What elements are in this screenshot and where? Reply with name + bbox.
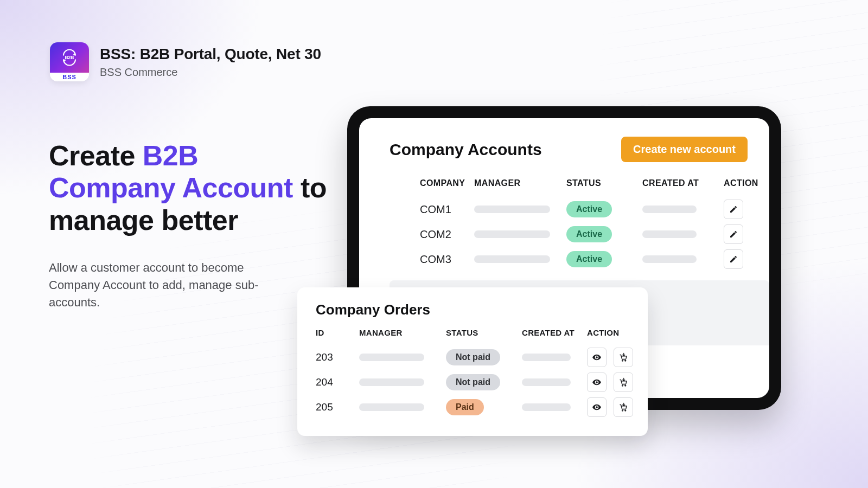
eye-icon: [592, 377, 602, 387]
orders-table-header: ID MANAGER STATUS CREATED AT ACTION: [316, 328, 629, 337]
col-manager: MANAGER: [474, 178, 566, 188]
edit-button[interactable]: [724, 224, 743, 244]
eye-icon: [592, 402, 602, 412]
app-icon-label: BSS: [50, 73, 89, 81]
manager-placeholder: [359, 403, 424, 411]
create-account-button[interactable]: Create new account: [621, 137, 748, 162]
svg-text:B2B: B2B: [65, 55, 74, 60]
table-row: COM3 Active: [420, 247, 748, 272]
pencil-icon: [729, 205, 738, 214]
col-created: CREATED AT: [522, 328, 587, 337]
svg-point-4: [625, 385, 626, 386]
reorder-button[interactable]: [614, 373, 633, 392]
created-placeholder: [522, 403, 571, 411]
table-row: COM2 Active: [420, 222, 748, 247]
status-badge: Active: [566, 251, 612, 267]
svg-point-2: [625, 360, 626, 361]
app-title: BSS: B2B Portal, Quote, Net 30: [100, 46, 321, 63]
status-badge: Paid: [446, 399, 484, 415]
created-placeholder: [642, 255, 697, 263]
view-button[interactable]: [587, 397, 607, 417]
eye-icon: [592, 352, 602, 362]
svg-point-3: [622, 385, 623, 386]
cart-download-icon: [618, 352, 628, 362]
status-badge: Not paid: [446, 374, 500, 390]
app-icon: B2B BSS: [50, 42, 89, 81]
hero-headline: Create B2B Company Account to manage bet…: [49, 140, 331, 236]
col-status: STATUS: [446, 328, 522, 337]
status-badge: Active: [566, 226, 612, 242]
col-created: CREATED AT: [642, 178, 724, 188]
app-header: B2B BSS BSS: B2B Portal, Quote, Net 30 B…: [50, 42, 321, 81]
cell-id: 203: [316, 351, 359, 363]
hero-copy: Create B2B Company Account to manage bet…: [49, 140, 331, 311]
col-id: ID: [316, 328, 359, 337]
manager-placeholder: [474, 230, 550, 238]
svg-point-5: [622, 410, 623, 411]
hero-headline-pre: Create: [49, 140, 143, 171]
col-action: ACTION: [724, 178, 762, 188]
orders-card: Company Orders ID MANAGER STATUS CREATED…: [297, 287, 648, 436]
created-placeholder: [522, 378, 571, 386]
manager-placeholder: [474, 255, 550, 263]
table-row: 203 Not paid: [316, 345, 629, 370]
status-badge: Active: [566, 201, 612, 217]
pencil-icon: [729, 255, 738, 264]
manager-placeholder: [474, 206, 550, 213]
edit-button[interactable]: [724, 200, 743, 219]
col-manager: MANAGER: [359, 328, 446, 337]
edit-button[interactable]: [724, 249, 743, 269]
col-action: ACTION: [587, 328, 641, 337]
svg-point-1: [622, 360, 623, 361]
pencil-icon: [729, 230, 738, 239]
cell-id: 205: [316, 401, 359, 413]
created-placeholder: [642, 206, 697, 213]
vendor-name: BSS Commerce: [100, 66, 321, 79]
reorder-button[interactable]: [614, 397, 633, 417]
table-row: COM1 Active: [420, 197, 748, 222]
cell-company: COM3: [420, 253, 474, 266]
status-badge: Not paid: [446, 349, 500, 365]
accounts-title: Company Accounts: [390, 140, 542, 159]
table-row: 205 Paid: [316, 395, 629, 420]
manager-placeholder: [359, 354, 424, 361]
cell-company: COM2: [420, 228, 474, 241]
hero-subtext: Allow a customer account to become Compa…: [49, 259, 288, 311]
accounts-table-header: COMPANY MANAGER STATUS CREATED AT ACTION: [420, 178, 748, 188]
created-placeholder: [642, 230, 697, 238]
cell-id: 204: [316, 376, 359, 388]
col-status: STATUS: [566, 178, 642, 188]
orders-title: Company Orders: [316, 301, 629, 318]
cart-download-icon: [618, 402, 628, 412]
svg-point-6: [625, 410, 626, 411]
cart-download-icon: [618, 377, 628, 387]
table-row: 204 Not paid: [316, 370, 629, 395]
created-placeholder: [522, 354, 571, 361]
view-button[interactable]: [587, 373, 607, 392]
manager-placeholder: [359, 378, 424, 386]
col-company: COMPANY: [420, 178, 474, 188]
cell-company: COM1: [420, 203, 474, 216]
view-button[interactable]: [587, 348, 607, 367]
b2b-sync-icon: B2B: [60, 48, 79, 67]
orders-table: ID MANAGER STATUS CREATED AT ACTION 203 …: [316, 328, 629, 420]
reorder-button[interactable]: [614, 348, 633, 367]
